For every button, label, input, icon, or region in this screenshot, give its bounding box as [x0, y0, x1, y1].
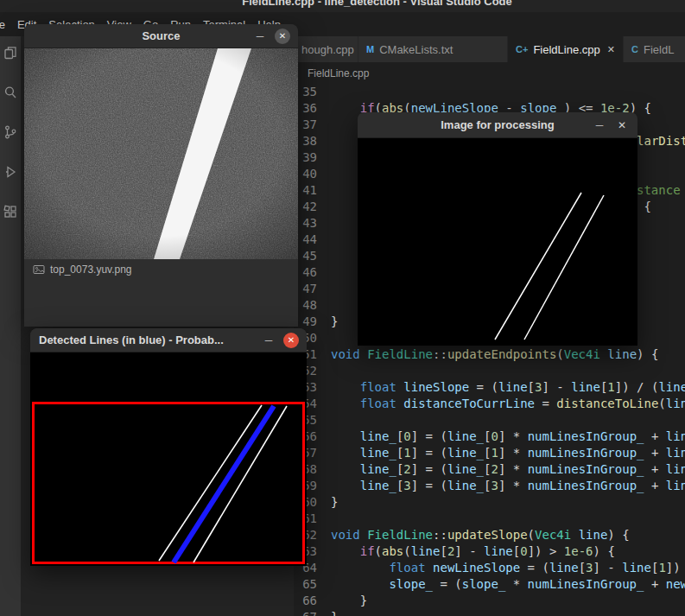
code-line[interactable]: 60} — [294, 494, 685, 511]
tab-label: FieldLine.cpp — [533, 43, 599, 56]
code-line[interactable]: 54 float distanceToCurrLine = distanceTo… — [294, 396, 685, 412]
code-line[interactable]: 61 — [294, 511, 685, 527]
image-filename: top_0073.yuv.png — [50, 264, 132, 276]
explorer-icon[interactable] — [0, 42, 21, 63]
detected-window: Detected Lines (in blue) - Probab... ─ ✕ — [30, 328, 307, 566]
search-icon[interactable] — [0, 82, 21, 103]
close-button[interactable]: ✕ — [283, 333, 299, 348]
window-title: FieldLine.cpp - line_detection - Visual … — [35, 0, 685, 8]
code-text: float distanceToCurrLine = distanceToLin… — [331, 396, 685, 412]
tab-label: FieldL — [644, 43, 674, 56]
source-window-titlebar[interactable]: Source ─ ✕ — [24, 24, 298, 48]
detected-white-line-2 — [193, 406, 287, 562]
processing-window: Image for processing ─ ✕ — [358, 112, 637, 346]
minimize-button[interactable]: ─ — [593, 118, 606, 132]
edge-line-1 — [495, 193, 581, 340]
code-line[interactable]: 52 — [294, 363, 685, 379]
line-number[interactable]: 65 — [294, 576, 317, 593]
menu-item-file[interactable]: File — [0, 18, 11, 31]
tab-hough-cpp[interactable]: hough.cpp — [294, 36, 358, 62]
code-line[interactable]: 35 — [294, 84, 685, 100]
tab-label: CMakeLists.txt — [379, 43, 453, 56]
breadcrumb[interactable]: FieldLine.cpp — [294, 62, 685, 84]
code-text: } — [331, 494, 338, 511]
code-line[interactable]: 62void FieldLine::updateSlope(Vec4i line… — [294, 527, 685, 543]
code-line[interactable]: 51void FieldLine::updateEndpoints(Vec4i … — [294, 346, 685, 363]
line-number[interactable]: 67 — [294, 609, 317, 616]
file-icon: C+ — [516, 44, 528, 54]
processing-image — [358, 138, 637, 346]
tab-fieldl[interactable]: CFieldL — [624, 36, 685, 62]
code-line[interactable]: 64 float newLineSlope = (line[3] - line[… — [294, 560, 685, 576]
code-text: line_[0] = (line_[0] * numLinesInGroup_ … — [331, 429, 685, 445]
code-text: line_[3] = (line_[3] * numLinesInGroup_ … — [331, 478, 685, 494]
code-text: line_[2] = (line_[2] * numLinesInGroup_ … — [331, 461, 685, 478]
detected-blue-line — [174, 406, 274, 562]
source-control-icon[interactable] — [0, 122, 21, 143]
tab-close-icon[interactable]: ✕ — [607, 44, 615, 55]
code-line[interactable]: 56 line_[0] = (line_[0] * numLinesInGrou… — [294, 429, 685, 445]
tab-fieldline-cpp[interactable]: C+FieldLine.cpp✕ — [508, 36, 624, 62]
code-line[interactable]: 65 slope_ = (slope_ * numLinesInGroup_ +… — [294, 576, 685, 593]
code-text: void FieldLine::updateSlope(Vec4i line) … — [331, 527, 630, 543]
code-line[interactable]: 53 float lineSlope = (line[3] - line[1])… — [294, 379, 685, 396]
line-number[interactable]: 66 — [294, 593, 317, 609]
code-text: void FieldLine::updateEndpoints(Vec4i li… — [331, 346, 658, 363]
minimize-button[interactable]: ─ — [253, 29, 267, 43]
code-text: } — [331, 593, 367, 609]
code-line[interactable]: 63 if(abs(line[2] - line[0]) > 1e-6) { — [294, 543, 685, 560]
source-image — [24, 48, 298, 259]
tab-label: hough.cpp — [301, 43, 354, 56]
code-line[interactable]: 58 line_[2] = (line_[2] * numLinesInGrou… — [294, 461, 685, 478]
code-line[interactable]: 55 — [294, 412, 685, 429]
code-text: float lineSlope = (line[3] - line[1]) / … — [331, 379, 685, 396]
file-icon: C — [631, 44, 638, 54]
vscode-titlebar: FieldLine.cpp - line_detection - Visual … — [0, 0, 685, 12]
code-text: float newLineSlope = (line[3] - line[1])… — [331, 560, 685, 576]
detected-image — [30, 352, 307, 566]
source-caption: top_0073.yuv.png — [24, 259, 298, 280]
minimize-button[interactable]: ─ — [262, 333, 276, 347]
detected-white-line-1 — [159, 405, 262, 561]
tab-bar: hough.cppMCMakeLists.txtC+FieldLine.cpp✕… — [294, 36, 685, 62]
close-button[interactable]: ✕ — [275, 29, 290, 44]
code-text: } — [331, 609, 338, 616]
code-line[interactable]: 57 line_[1] = (line_[1] * numLinesInGrou… — [294, 445, 685, 461]
code-text: line_[1] = (line_[1] * numLinesInGroup_ … — [331, 445, 685, 461]
activity-bar — [0, 36, 21, 616]
code-line[interactable]: 66 } — [294, 593, 685, 609]
tab-cmakelists-txt[interactable]: MCMakeLists.txt — [358, 36, 508, 62]
close-button[interactable]: ✕ — [614, 117, 630, 133]
extensions-icon[interactable] — [0, 201, 21, 222]
processing-window-titlebar[interactable]: Image for processing ─ ✕ — [358, 112, 637, 138]
edge-line-2 — [524, 195, 604, 340]
run-debug-icon[interactable] — [0, 162, 21, 182]
code-text: slope_ = (slope_ * numLinesInGroup_ + ne… — [331, 576, 685, 593]
image-icon — [33, 264, 45, 275]
source-window: Source ─ ✕ — [24, 24, 298, 327]
code-text: if(abs(line[2] - line[0]) > 1e-6) { — [331, 543, 615, 560]
file-icon: M — [366, 44, 374, 54]
code-text: } — [331, 314, 338, 330]
code-line[interactable]: 67} — [294, 609, 685, 616]
detected-window-titlebar[interactable]: Detected Lines (in blue) - Probab... ─ ✕ — [30, 328, 307, 352]
code-line[interactable]: 59 line_[3] = (line_[3] * numLinesInGrou… — [294, 478, 685, 494]
